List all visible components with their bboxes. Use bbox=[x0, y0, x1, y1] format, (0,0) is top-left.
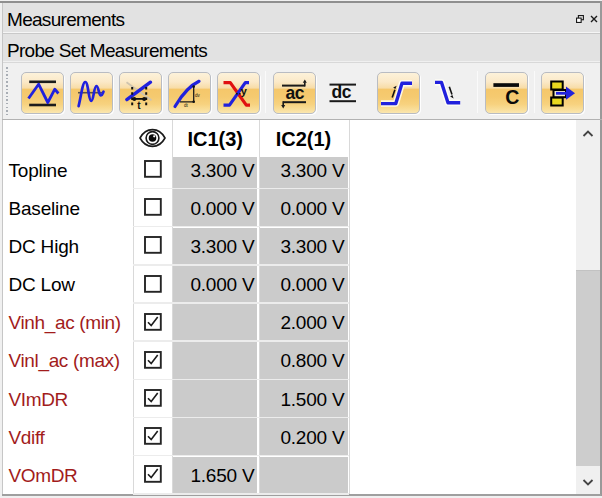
svg-text:ac: ac bbox=[285, 83, 304, 103]
svg-text:dt: dt bbox=[184, 103, 189, 108]
svg-text:dv: dv bbox=[195, 93, 201, 98]
svg-text:C: C bbox=[505, 86, 519, 108]
svg-text:y: y bbox=[240, 85, 247, 97]
svg-text:t: t bbox=[137, 100, 141, 111]
svg-text:dc: dc bbox=[331, 82, 351, 102]
